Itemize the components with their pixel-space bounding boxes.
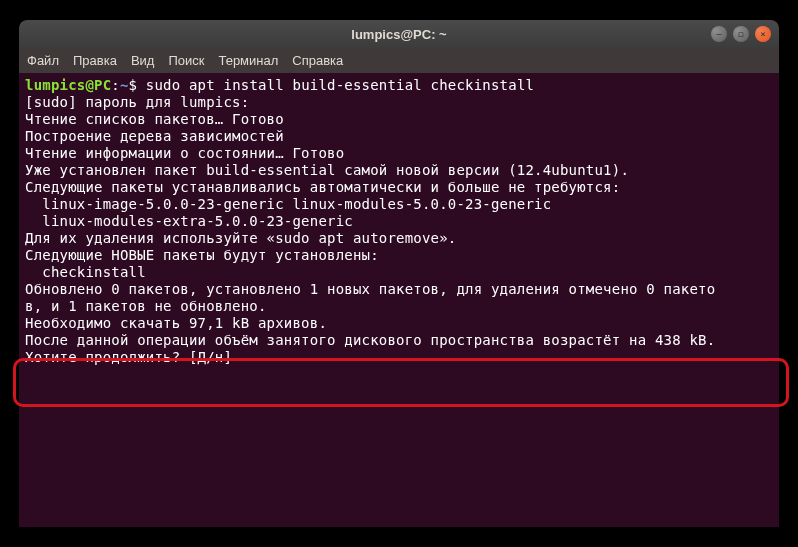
menu-help[interactable]: Справка — [292, 53, 343, 68]
output-line: linux-image-5.0.0-23-generic linux-modul… — [25, 196, 551, 212]
prompt-symbol: $ — [129, 77, 146, 93]
output-line: Построение дерева зависимостей — [25, 128, 284, 144]
menu-view[interactable]: Вид — [131, 53, 155, 68]
prompt-userhost: lumpics@PC — [25, 77, 111, 93]
command-text: sudo apt install build-essential checkin… — [146, 77, 534, 93]
prompt-path: ~ — [120, 77, 129, 93]
maximize-button[interactable]: ◻ — [733, 26, 749, 42]
titlebar: lumpics@PC: ~ – ◻ × — [19, 20, 779, 48]
output-line: Следующие НОВЫЕ пакеты будут установлены… — [25, 247, 379, 263]
output-prompt: Хотите продолжить? [Д/н] — [25, 349, 241, 365]
minimize-button[interactable]: – — [711, 26, 727, 42]
window-title: lumpics@PC: ~ — [351, 27, 446, 42]
menu-search[interactable]: Поиск — [168, 53, 204, 68]
output-line: Обновлено 0 пакетов, установлено 1 новых… — [25, 281, 715, 297]
output-line: linux-modules-extra-5.0.0-23-generic — [25, 213, 353, 229]
menu-terminal[interactable]: Терминал — [218, 53, 278, 68]
output-line: После данной операции объём занятого дис… — [25, 332, 715, 348]
terminal-window: lumpics@PC: ~ – ◻ × Файл Правка Вид Поис… — [19, 20, 779, 527]
output-line: Следующие пакеты устанавливались автомат… — [25, 179, 620, 195]
output-line: Уже установлен пакет build-essential сам… — [25, 162, 629, 178]
output-line: Необходимо скачать 97,1 kB архивов. — [25, 315, 327, 331]
output-line: в, и 1 пакетов не обновлено. — [25, 298, 267, 314]
close-button[interactable]: × — [755, 26, 771, 42]
output-line: checkinstall — [25, 264, 146, 280]
output-line: Чтение информации о состоянии… Готово — [25, 145, 344, 161]
prompt-colon: : — [111, 77, 120, 93]
output-line: Чтение списков пакетов… Готово — [25, 111, 284, 127]
output-line: Для их удаления используйте «sudo apt au… — [25, 230, 456, 246]
menubar: Файл Правка Вид Поиск Терминал Справка — [19, 48, 779, 73]
menu-edit[interactable]: Правка — [73, 53, 117, 68]
terminal-output[interactable]: lumpics@PC:~$ sudo apt install build-ess… — [19, 73, 779, 370]
window-controls: – ◻ × — [711, 26, 771, 42]
menu-file[interactable]: Файл — [27, 53, 59, 68]
output-line: [sudo] пароль для lumpics: — [25, 94, 249, 110]
